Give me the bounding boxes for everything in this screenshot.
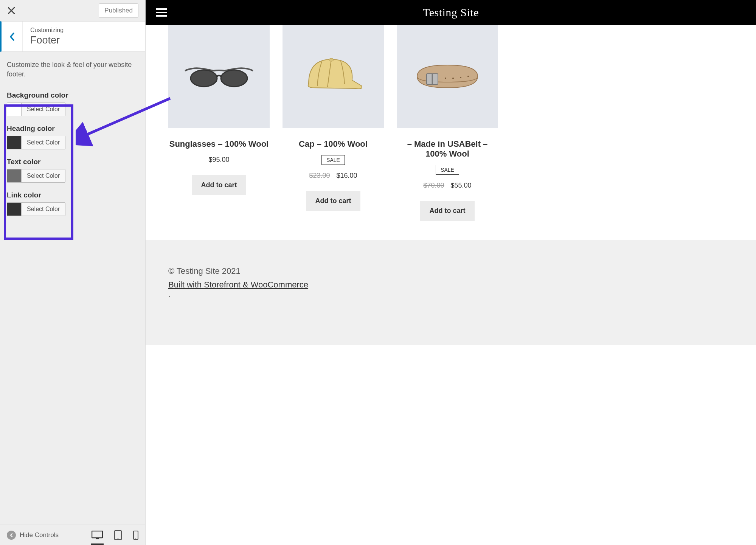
product-title: Sunglasses – 100% Wool <box>169 139 269 149</box>
product-price: $23.00 $16.00 <box>309 172 357 180</box>
back-button[interactable] <box>2 22 23 51</box>
controls-container: Background color Select Color Heading co… <box>0 83 145 223</box>
hide-controls-button[interactable]: Hide Controls <box>7 531 59 540</box>
sale-badge: SALE <box>436 165 459 175</box>
mobile-icon <box>133 531 138 540</box>
svg-point-15 <box>467 76 469 77</box>
select-color-button[interactable]: Select Color <box>22 169 65 182</box>
control-heading-color: Heading color Select Color <box>7 124 138 149</box>
control-label: Heading color <box>7 124 138 133</box>
product-title: – Made in USABelt – 100% Wool <box>397 139 498 159</box>
price-old: $70.00 <box>423 182 444 189</box>
svg-rect-1 <box>92 531 102 538</box>
color-picker[interactable]: Select Color <box>7 136 65 149</box>
chevron-left-icon <box>9 33 15 41</box>
menu-button[interactable] <box>156 8 167 17</box>
cap-icon <box>299 50 367 103</box>
product-title: Cap – 100% Wool <box>299 139 368 149</box>
hamburger-icon <box>156 8 167 10</box>
close-icon <box>8 7 15 14</box>
control-text-color: Text color Select Color <box>7 158 138 183</box>
product-grid: Sunglasses – 100% Wool $95.00 Add to car… <box>146 25 756 240</box>
select-color-button[interactable]: Select Color <box>22 203 65 216</box>
product-image[interactable] <box>283 25 384 128</box>
svg-point-9 <box>329 58 334 61</box>
svg-point-4 <box>118 538 118 539</box>
shop-content: Sunglasses – 100% Wool $95.00 Add to car… <box>146 25 756 545</box>
panel-description: Customize the look & feel of your websit… <box>0 52 145 83</box>
panel-eyebrow: Customizing <box>30 27 64 34</box>
product-card: Cap – 100% Wool SALE $23.00 $16.00 Add t… <box>283 25 384 221</box>
svg-point-13 <box>452 78 454 79</box>
product-image[interactable] <box>397 25 498 128</box>
svg-point-6 <box>135 538 136 539</box>
svg-point-7 <box>191 70 217 87</box>
sunglasses-icon <box>183 59 255 93</box>
price-current: $55.00 <box>451 182 472 189</box>
color-picker[interactable]: Select Color <box>7 202 65 216</box>
price-current: $16.00 <box>337 172 357 179</box>
product-image[interactable] <box>168 25 270 128</box>
device-tablet-button[interactable] <box>114 530 122 540</box>
svg-point-14 <box>460 77 461 78</box>
product-card: Sunglasses – 100% Wool $95.00 Add to car… <box>168 25 270 221</box>
control-label: Link color <box>7 191 138 199</box>
select-color-button[interactable]: Select Color <box>22 103 65 116</box>
add-to-cart-button[interactable]: Add to cart <box>306 191 360 211</box>
product-price: $70.00 $55.00 <box>423 182 471 189</box>
belt-icon <box>410 56 485 97</box>
device-desktop-button[interactable] <box>92 531 103 540</box>
add-to-cart-button[interactable]: Add to cart <box>192 175 246 195</box>
panel-header: Customizing Footer <box>0 21 145 52</box>
sidebar-topbar: Published <box>0 0 145 21</box>
customizer-sidebar: Published Customizing Footer Customize t… <box>0 0 146 545</box>
svg-point-8 <box>221 70 247 87</box>
price-current: $95.00 <box>208 156 229 163</box>
sidebar-footer: Hide Controls <box>0 525 145 545</box>
desktop-icon <box>92 531 103 540</box>
footer-copyright: © Testing Site 2021 <box>168 266 733 276</box>
site-preview: Testing Site Sunglasses – 100% Wool $95.… <box>146 0 756 545</box>
device-mobile-button[interactable] <box>133 531 138 540</box>
color-swatch <box>7 169 22 182</box>
device-preview-buttons <box>92 530 138 540</box>
control-label: Text color <box>7 158 138 166</box>
tablet-icon <box>114 530 122 540</box>
color-swatch <box>7 203 22 216</box>
svg-rect-2 <box>96 538 99 539</box>
collapse-icon <box>7 531 16 540</box>
publish-status-button[interactable]: Published <box>99 3 138 18</box>
control-link-color: Link color Select Color <box>7 191 138 216</box>
site-footer: © Testing Site 2021 Built with Storefron… <box>146 240 756 345</box>
sale-badge: SALE <box>321 155 345 165</box>
hide-controls-label: Hide Controls <box>20 531 59 539</box>
close-button[interactable] <box>0 0 23 21</box>
add-to-cart-button[interactable]: Add to cart <box>420 201 474 221</box>
site-title: Testing Site <box>146 6 756 19</box>
control-background-color: Background color Select Color <box>7 91 138 116</box>
control-label: Background color <box>7 91 138 99</box>
color-picker[interactable]: Select Color <box>7 102 65 116</box>
footer-built-link[interactable]: Built with Storefront & WooCommerce <box>168 280 733 290</box>
color-swatch <box>7 136 22 149</box>
price-old: $23.00 <box>309 172 330 179</box>
site-header: Testing Site <box>146 0 756 25</box>
select-color-button[interactable]: Select Color <box>22 136 65 149</box>
footer-built-suffix: . <box>168 290 171 299</box>
product-price: $95.00 <box>208 156 229 164</box>
color-swatch <box>7 103 22 116</box>
product-card: – Made in USABelt – 100% Wool SALE $70.0… <box>397 25 498 221</box>
svg-point-12 <box>445 78 446 79</box>
panel-title: Footer <box>30 34 64 46</box>
color-picker[interactable]: Select Color <box>7 169 65 183</box>
